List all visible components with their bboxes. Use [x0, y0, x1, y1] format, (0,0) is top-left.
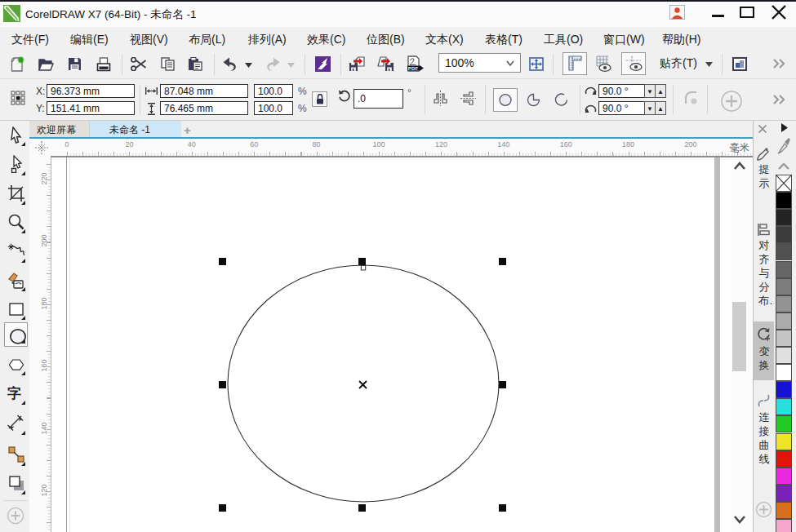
svg-text:PDF: PDF — [408, 66, 419, 71]
